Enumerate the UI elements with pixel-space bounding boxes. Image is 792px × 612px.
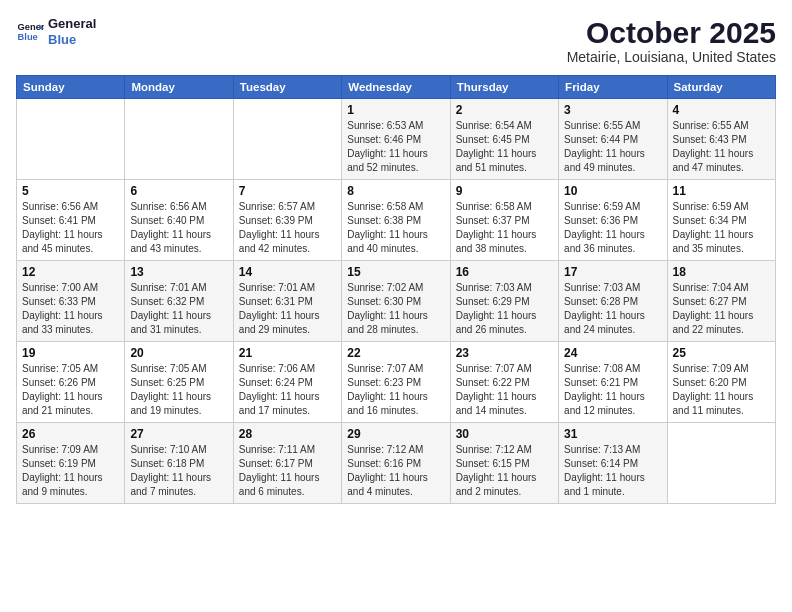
day-cell: 31Sunrise: 7:13 AMSunset: 6:14 PMDayligh… bbox=[559, 423, 667, 504]
day-cell: 1Sunrise: 6:53 AMSunset: 6:46 PMDaylight… bbox=[342, 99, 450, 180]
day-info: Sunrise: 6:57 AMSunset: 6:39 PMDaylight:… bbox=[239, 200, 336, 256]
col-header-friday: Friday bbox=[559, 76, 667, 99]
day-cell: 28Sunrise: 7:11 AMSunset: 6:17 PMDayligh… bbox=[233, 423, 341, 504]
day-cell: 3Sunrise: 6:55 AMSunset: 6:44 PMDaylight… bbox=[559, 99, 667, 180]
day-cell: 16Sunrise: 7:03 AMSunset: 6:29 PMDayligh… bbox=[450, 261, 558, 342]
day-cell bbox=[17, 99, 125, 180]
day-cell: 25Sunrise: 7:09 AMSunset: 6:20 PMDayligh… bbox=[667, 342, 775, 423]
day-number: 20 bbox=[130, 346, 227, 360]
day-cell: 27Sunrise: 7:10 AMSunset: 6:18 PMDayligh… bbox=[125, 423, 233, 504]
day-info: Sunrise: 7:09 AMSunset: 6:20 PMDaylight:… bbox=[673, 362, 770, 418]
day-info: Sunrise: 7:10 AMSunset: 6:18 PMDaylight:… bbox=[130, 443, 227, 499]
day-number: 29 bbox=[347, 427, 444, 441]
header: General Blue General Blue October 2025 M… bbox=[16, 16, 776, 65]
day-cell: 13Sunrise: 7:01 AMSunset: 6:32 PMDayligh… bbox=[125, 261, 233, 342]
day-cell: 19Sunrise: 7:05 AMSunset: 6:26 PMDayligh… bbox=[17, 342, 125, 423]
day-number: 22 bbox=[347, 346, 444, 360]
day-number: 24 bbox=[564, 346, 661, 360]
day-number: 16 bbox=[456, 265, 553, 279]
day-cell: 29Sunrise: 7:12 AMSunset: 6:16 PMDayligh… bbox=[342, 423, 450, 504]
day-info: Sunrise: 7:03 AMSunset: 6:28 PMDaylight:… bbox=[564, 281, 661, 337]
week-row-2: 5Sunrise: 6:56 AMSunset: 6:41 PMDaylight… bbox=[17, 180, 776, 261]
day-number: 3 bbox=[564, 103, 661, 117]
day-number: 26 bbox=[22, 427, 119, 441]
day-cell: 21Sunrise: 7:06 AMSunset: 6:24 PMDayligh… bbox=[233, 342, 341, 423]
day-info: Sunrise: 7:01 AMSunset: 6:32 PMDaylight:… bbox=[130, 281, 227, 337]
day-cell: 26Sunrise: 7:09 AMSunset: 6:19 PMDayligh… bbox=[17, 423, 125, 504]
day-number: 25 bbox=[673, 346, 770, 360]
day-info: Sunrise: 7:00 AMSunset: 6:33 PMDaylight:… bbox=[22, 281, 119, 337]
day-info: Sunrise: 7:09 AMSunset: 6:19 PMDaylight:… bbox=[22, 443, 119, 499]
col-header-saturday: Saturday bbox=[667, 76, 775, 99]
col-header-sunday: Sunday bbox=[17, 76, 125, 99]
day-number: 2 bbox=[456, 103, 553, 117]
day-cell bbox=[667, 423, 775, 504]
day-info: Sunrise: 6:56 AMSunset: 6:41 PMDaylight:… bbox=[22, 200, 119, 256]
day-number: 12 bbox=[22, 265, 119, 279]
day-cell: 15Sunrise: 7:02 AMSunset: 6:30 PMDayligh… bbox=[342, 261, 450, 342]
day-info: Sunrise: 7:04 AMSunset: 6:27 PMDaylight:… bbox=[673, 281, 770, 337]
day-number: 28 bbox=[239, 427, 336, 441]
col-header-wednesday: Wednesday bbox=[342, 76, 450, 99]
day-info: Sunrise: 6:58 AMSunset: 6:37 PMDaylight:… bbox=[456, 200, 553, 256]
day-info: Sunrise: 6:59 AMSunset: 6:34 PMDaylight:… bbox=[673, 200, 770, 256]
day-cell: 7Sunrise: 6:57 AMSunset: 6:39 PMDaylight… bbox=[233, 180, 341, 261]
day-info: Sunrise: 7:07 AMSunset: 6:23 PMDaylight:… bbox=[347, 362, 444, 418]
day-cell: 8Sunrise: 6:58 AMSunset: 6:38 PMDaylight… bbox=[342, 180, 450, 261]
week-row-5: 26Sunrise: 7:09 AMSunset: 6:19 PMDayligh… bbox=[17, 423, 776, 504]
day-info: Sunrise: 6:56 AMSunset: 6:40 PMDaylight:… bbox=[130, 200, 227, 256]
day-cell: 24Sunrise: 7:08 AMSunset: 6:21 PMDayligh… bbox=[559, 342, 667, 423]
week-row-1: 1Sunrise: 6:53 AMSunset: 6:46 PMDaylight… bbox=[17, 99, 776, 180]
header-row: SundayMondayTuesdayWednesdayThursdayFrid… bbox=[17, 76, 776, 99]
day-number: 31 bbox=[564, 427, 661, 441]
day-cell: 12Sunrise: 7:00 AMSunset: 6:33 PMDayligh… bbox=[17, 261, 125, 342]
col-header-thursday: Thursday bbox=[450, 76, 558, 99]
day-cell: 10Sunrise: 6:59 AMSunset: 6:36 PMDayligh… bbox=[559, 180, 667, 261]
day-info: Sunrise: 7:05 AMSunset: 6:26 PMDaylight:… bbox=[22, 362, 119, 418]
day-number: 17 bbox=[564, 265, 661, 279]
calendar-table: SundayMondayTuesdayWednesdayThursdayFrid… bbox=[16, 75, 776, 504]
logo-text-line1: General bbox=[48, 16, 96, 32]
day-number: 5 bbox=[22, 184, 119, 198]
day-cell: 23Sunrise: 7:07 AMSunset: 6:22 PMDayligh… bbox=[450, 342, 558, 423]
day-number: 27 bbox=[130, 427, 227, 441]
day-info: Sunrise: 7:06 AMSunset: 6:24 PMDaylight:… bbox=[239, 362, 336, 418]
day-cell bbox=[233, 99, 341, 180]
day-info: Sunrise: 6:59 AMSunset: 6:36 PMDaylight:… bbox=[564, 200, 661, 256]
day-number: 4 bbox=[673, 103, 770, 117]
day-number: 9 bbox=[456, 184, 553, 198]
day-info: Sunrise: 7:07 AMSunset: 6:22 PMDaylight:… bbox=[456, 362, 553, 418]
day-cell bbox=[125, 99, 233, 180]
day-number: 10 bbox=[564, 184, 661, 198]
day-number: 30 bbox=[456, 427, 553, 441]
day-info: Sunrise: 6:55 AMSunset: 6:43 PMDaylight:… bbox=[673, 119, 770, 175]
day-number: 11 bbox=[673, 184, 770, 198]
location-subtitle: Metairie, Louisiana, United States bbox=[567, 49, 776, 65]
day-info: Sunrise: 7:08 AMSunset: 6:21 PMDaylight:… bbox=[564, 362, 661, 418]
day-number: 19 bbox=[22, 346, 119, 360]
day-cell: 14Sunrise: 7:01 AMSunset: 6:31 PMDayligh… bbox=[233, 261, 341, 342]
logo-text-line2: Blue bbox=[48, 32, 96, 48]
day-info: Sunrise: 6:55 AMSunset: 6:44 PMDaylight:… bbox=[564, 119, 661, 175]
col-header-monday: Monday bbox=[125, 76, 233, 99]
week-row-3: 12Sunrise: 7:00 AMSunset: 6:33 PMDayligh… bbox=[17, 261, 776, 342]
day-info: Sunrise: 6:58 AMSunset: 6:38 PMDaylight:… bbox=[347, 200, 444, 256]
day-cell: 4Sunrise: 6:55 AMSunset: 6:43 PMDaylight… bbox=[667, 99, 775, 180]
title-area: October 2025 Metairie, Louisiana, United… bbox=[567, 16, 776, 65]
day-cell: 5Sunrise: 6:56 AMSunset: 6:41 PMDaylight… bbox=[17, 180, 125, 261]
day-number: 15 bbox=[347, 265, 444, 279]
day-number: 21 bbox=[239, 346, 336, 360]
day-info: Sunrise: 7:02 AMSunset: 6:30 PMDaylight:… bbox=[347, 281, 444, 337]
day-info: Sunrise: 7:12 AMSunset: 6:16 PMDaylight:… bbox=[347, 443, 444, 499]
day-number: 8 bbox=[347, 184, 444, 198]
week-row-4: 19Sunrise: 7:05 AMSunset: 6:26 PMDayligh… bbox=[17, 342, 776, 423]
day-number: 14 bbox=[239, 265, 336, 279]
col-header-tuesday: Tuesday bbox=[233, 76, 341, 99]
day-number: 7 bbox=[239, 184, 336, 198]
day-info: Sunrise: 6:53 AMSunset: 6:46 PMDaylight:… bbox=[347, 119, 444, 175]
day-number: 23 bbox=[456, 346, 553, 360]
day-cell: 9Sunrise: 6:58 AMSunset: 6:37 PMDaylight… bbox=[450, 180, 558, 261]
day-number: 18 bbox=[673, 265, 770, 279]
day-info: Sunrise: 7:03 AMSunset: 6:29 PMDaylight:… bbox=[456, 281, 553, 337]
day-info: Sunrise: 6:54 AMSunset: 6:45 PMDaylight:… bbox=[456, 119, 553, 175]
